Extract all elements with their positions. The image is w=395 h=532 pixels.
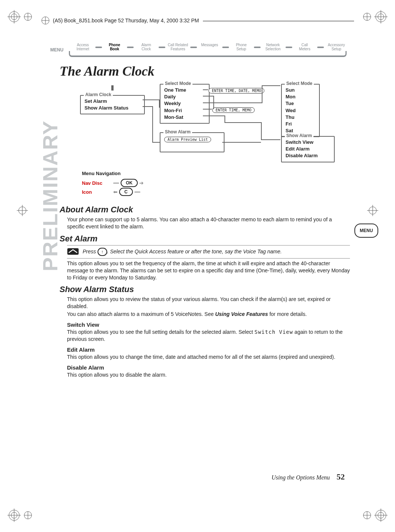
- box-show-alarm-a: Show Alarm Alarm Preview List: [160, 132, 224, 152]
- arrow-left-icon: ⬅: [112, 189, 119, 195]
- heading-about: About Alarm Clock: [60, 205, 350, 215]
- body-content: About Alarm Clock Your phone can support…: [60, 201, 350, 379]
- subhead-switch-view: Switch View: [67, 322, 350, 328]
- opt-daily: Daily: [164, 94, 205, 100]
- subhead-edit-alarm: Edit Alarm: [67, 346, 350, 353]
- nav-disc-label: Nav Disc: [82, 180, 112, 186]
- menu-label: MENU: [50, 47, 63, 53]
- menubar-connector: [127, 47, 134, 48]
- menubar-connector: [190, 47, 197, 48]
- para-status-2: You can also attach alarms to a maximum …: [67, 311, 350, 318]
- footer: Using the Options Menu 52: [271, 472, 345, 482]
- para-about: Your phone can support up to 5 alarms. Y…: [67, 216, 350, 230]
- menubar-connector: [222, 47, 229, 48]
- nav-disc-legend: Menu Navigation Nav Disc OK➔ Icon ⬅C: [82, 171, 212, 200]
- menubar-item-accessory: AccessorySetup: [326, 43, 347, 51]
- connector-top: [111, 85, 114, 91]
- file-header-text: (A5) Book_8J51.book Page 52 Thursday, Ma…: [53, 18, 199, 23]
- crop-mark-right: [367, 205, 378, 216]
- reg-mark-br: [361, 506, 388, 525]
- day-fri: Fri: [286, 121, 315, 127]
- reg-mark-bl: [7, 506, 34, 525]
- para-status-1: This option allows you to review the sta…: [67, 296, 350, 310]
- ok-button-icon: OK: [121, 179, 138, 187]
- box-select-mode-a: Select Mode One Time Daily Weekly Mon-Fr…: [160, 84, 210, 124]
- subhead-disable-alarm: Disable Alarm: [67, 364, 350, 371]
- box-select-mode-days: Select Mode Sun Mon Tue Wed Thu Fri Sat: [281, 84, 320, 137]
- header-rule: [203, 21, 354, 21]
- menu-navigation-header: Menu Navigation: [82, 171, 212, 176]
- day-thu: Thu: [286, 114, 315, 121]
- legend-show-alarm-a: Show Alarm: [163, 129, 192, 134]
- menubar-item-phone: PhoneBook: [104, 43, 125, 51]
- voice-tag-text: Press ↑. Select the Quick Access feature…: [83, 248, 282, 256]
- day-wed: Wed: [286, 107, 315, 114]
- nav-icon-label: Icon: [82, 189, 112, 195]
- day-sun: Sun: [286, 87, 315, 94]
- box-show-alarm-b: Show Alarm Switch View Edit Alarm Disabl…: [281, 136, 335, 162]
- para-set-alarm: This option allows you to set the freque…: [67, 260, 350, 281]
- opt-disable-alarm: Disable Alarm: [286, 152, 330, 159]
- para-switch: This option allows you to see the full s…: [67, 329, 350, 343]
- opt-weekly: Weekly: [164, 100, 205, 107]
- page-title: The Alarm Clock: [60, 63, 155, 79]
- day-tue: Tue: [286, 100, 315, 107]
- menubar-connector: [317, 47, 324, 48]
- heading-show-status: Show Alarm Status: [60, 285, 350, 294]
- legend-select-mode-a: Select Mode: [163, 81, 192, 86]
- opt-switch-view: Switch View: [286, 139, 330, 146]
- menu-path-bar: MENU AccessInternetPhoneBookAlarmClockCa…: [50, 43, 347, 58]
- legend-select-mode-b: Select Mode: [285, 81, 314, 86]
- para-edit: This option allows you to change the tim…: [67, 354, 350, 361]
- menubar-item-call: CallMeters: [294, 43, 315, 51]
- page: (A5) Book_8J51.book Page 52 Thursday, Ma…: [0, 0, 395, 532]
- legend-alarm-clock: Alarm Clock: [84, 92, 113, 97]
- menubar-item-call-related: Call RelatedFeatures: [168, 43, 188, 51]
- opt-mon-fri: Mon-Fri: [164, 107, 205, 114]
- menubar-item-phone: PhoneSetup: [231, 43, 252, 51]
- legend-show-alarm-b: Show Alarm: [285, 133, 313, 138]
- menu-badge: MENU: [354, 224, 378, 238]
- menubar-item-access: AccessInternet: [73, 43, 93, 51]
- arrow-right-icon: ➔: [138, 180, 145, 186]
- crop-mark-left: [17, 205, 28, 216]
- footer-text: Using the Options Menu: [271, 474, 330, 481]
- menubar-connector: [254, 47, 261, 48]
- menubar-item-alarm: AlarmClock: [136, 43, 156, 51]
- day-mon: Mon: [286, 94, 315, 100]
- pill-enter-time-memo: ENTER TIME, MEMO: [212, 106, 255, 113]
- c-button-icon: C: [119, 188, 133, 196]
- row-set-alarm: Set Alarm: [85, 98, 140, 105]
- row-show-status: Show Alarm Status: [85, 105, 140, 111]
- opt-edit-alarm: Edit Alarm: [286, 146, 330, 152]
- preliminary-watermark: PRELIMINARY: [39, 109, 61, 282]
- pill-enter-time-date-memo: ENTER TIME, DATE, MEMO: [208, 87, 264, 94]
- reg-mark-tr: [361, 7, 388, 26]
- file-header: (A5) Book_8J51.book Page 52 Thursday, Ma…: [41, 15, 354, 26]
- pill-alarm-preview: Alarm Preview List: [164, 137, 211, 142]
- menubar-connector: [159, 47, 165, 48]
- menubar-connector: [286, 47, 292, 48]
- reg-mark-tl: [7, 7, 34, 26]
- up-arrow-button-icon: ↑: [98, 248, 107, 256]
- opt-one-time: One Time: [164, 87, 205, 94]
- framemaker-icon: [41, 16, 50, 25]
- box-alarm-clock: Alarm Clock Set Alarm Show Alarm Status: [80, 95, 145, 114]
- menubar-item-network: NetworkSelection: [263, 43, 283, 51]
- menubar-item-messages: Messages: [200, 43, 220, 47]
- opt-mon-sat: Mon-Sat: [164, 114, 205, 121]
- heading-set-alarm: Set Alarm: [60, 234, 350, 244]
- page-number: 52: [337, 472, 345, 481]
- para-disable: This option allows you to disable the al…: [67, 371, 350, 379]
- menubar-connector: [95, 47, 102, 48]
- voice-tag-tip: Press ↑. Select the Quick Access feature…: [67, 245, 350, 259]
- quick-access-icon: [67, 248, 79, 255]
